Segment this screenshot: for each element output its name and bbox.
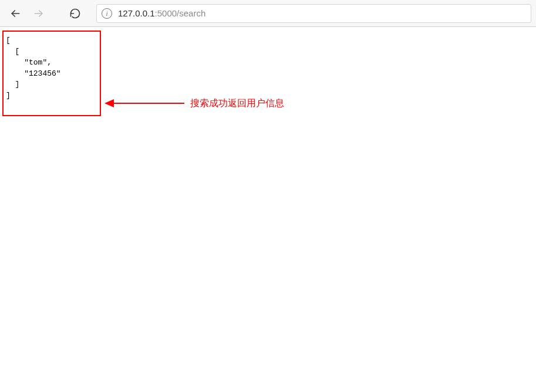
- arrow-right-icon: [33, 8, 45, 19]
- site-info-icon[interactable]: i: [102, 8, 112, 19]
- reload-button[interactable]: [65, 3, 86, 24]
- address-bar[interactable]: i 127.0.0.1:5000/search: [96, 4, 531, 23]
- forward-button[interactable]: [28, 3, 49, 24]
- back-button[interactable]: [5, 3, 26, 24]
- url-host: 127.0.0.1: [118, 8, 155, 18]
- json-response-box: [ [ "tom", "123456" ] ]: [2, 31, 101, 116]
- json-response-text: [ [ "tom", "123456" ] ]: [6, 35, 97, 102]
- arrow-left-icon: [9, 8, 21, 19]
- browser-toolbar: i 127.0.0.1:5000/search: [0, 0, 536, 27]
- info-glyph: i: [106, 10, 107, 17]
- url-rest: :5000/search: [155, 8, 206, 18]
- url-text: 127.0.0.1:5000/search: [118, 8, 205, 18]
- arrow-left-annotation-icon: [103, 96, 186, 110]
- annotation: 搜索成功返回用户信息: [103, 96, 284, 110]
- reload-icon: [69, 8, 81, 19]
- annotation-label: 搜索成功返回用户信息: [190, 97, 284, 110]
- svg-marker-3: [104, 99, 114, 107]
